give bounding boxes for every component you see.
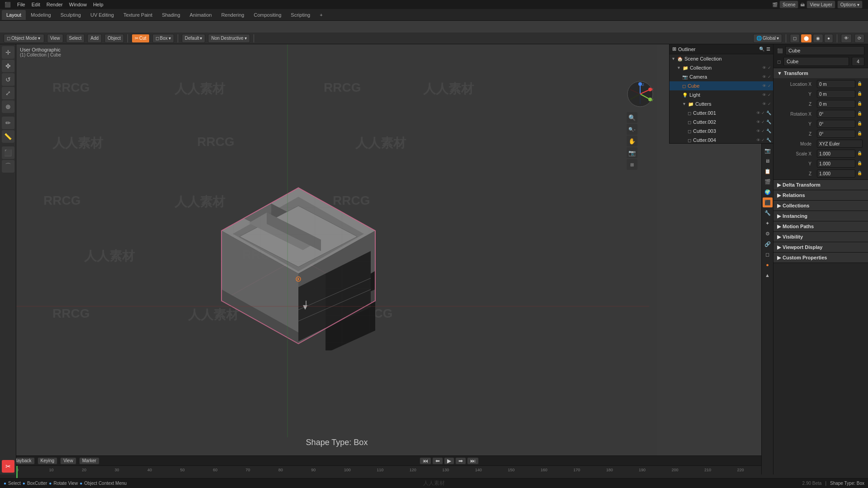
collections-header[interactable]: ▶ Collections	[774, 201, 868, 211]
outliner-light[interactable]: 💡 Light 👁 ✓	[670, 90, 773, 99]
tab-scripting[interactable]: Scripting	[286, 10, 315, 20]
cursor-tool[interactable]: ✛	[2, 46, 14, 59]
measure-tool[interactable]: 📏	[2, 130, 14, 143]
outliner-filter[interactable]: ☰	[766, 47, 770, 52]
outliner-collection[interactable]: ▼ 📁 Collection 👁 ✓	[670, 63, 773, 72]
scale-z-lock[interactable]: 🔒	[857, 171, 863, 176]
options-btn[interactable]: Options ▾	[837, 0, 863, 9]
annotate-tool[interactable]: ✏	[2, 117, 14, 129]
jump-end-btn[interactable]: ⏭	[467, 457, 479, 465]
non-destructive-selector[interactable]: Non Destructive ▾	[208, 34, 250, 43]
jump-start-btn[interactable]: ⏮	[420, 457, 431, 465]
add-cube-tool[interactable]: ⬛	[2, 146, 14, 159]
move-tool[interactable]: ✤	[2, 60, 14, 72]
tab-sculpting[interactable]: Sculpting	[56, 10, 85, 20]
scale-x-value[interactable]: 1.000	[817, 150, 855, 158]
data-value-field[interactable]: 4	[852, 57, 864, 66]
tab-add[interactable]: +	[315, 10, 327, 20]
select-menu[interactable]: Select	[66, 34, 85, 43]
tab-animation[interactable]: Animation	[185, 10, 217, 20]
viewport-3d[interactable]: RRCG 人人素材 RRCG 人人素材 人人素材 RRCG 人人素材 RRCG …	[16, 44, 657, 474]
tab-uv-editing[interactable]: UV Editing	[86, 10, 118, 20]
output-props-icon[interactable]: 🖥	[763, 156, 773, 166]
rotation-y-lock[interactable]: 🔒	[857, 121, 863, 127]
visibility-header[interactable]: ▶ Visibility	[774, 232, 868, 242]
scene-props-icon[interactable]: 🎬	[763, 177, 773, 187]
rendered-shading-btn[interactable]: ●	[824, 34, 833, 43]
tab-rendering[interactable]: Rendering	[217, 10, 249, 20]
outliner-search[interactable]: 🔍	[759, 47, 764, 52]
constraints-props-icon[interactable]: 🔗	[763, 239, 773, 249]
rotate-tool[interactable]: ↺	[2, 73, 14, 86]
menu-render[interactable]: Render	[44, 1, 66, 8]
blender-icon[interactable]: ⬛	[2, 1, 14, 8]
cut-button[interactable]: ✂ Cut	[132, 34, 150, 43]
marker-menu[interactable]: Marker	[79, 457, 99, 465]
playhead[interactable]	[16, 466, 18, 479]
outliner-cutter-002[interactable]: ◻ Cutter.002 👁 ✓ 🔧	[670, 117, 773, 127]
location-y-lock[interactable]: 🔒	[857, 91, 863, 97]
particles-props-icon[interactable]: ✦	[763, 218, 773, 228]
rotation-x-value[interactable]: 0°	[817, 110, 855, 118]
menu-help[interactable]: Help	[90, 1, 106, 8]
add-curve-tool[interactable]: ⌒	[2, 160, 14, 173]
location-z-value[interactable]: 0 m	[817, 100, 855, 108]
location-z-lock[interactable]: 🔒	[857, 101, 863, 107]
outliner-scene-collection[interactable]: ▼ 🏠 Scene Collection	[670, 54, 773, 63]
timeline-view-menu[interactable]: View	[60, 457, 76, 465]
relations-header[interactable]: ▶ Relations	[774, 190, 868, 200]
rotation-z-value[interactable]: 0°	[817, 130, 855, 138]
zoom-out-btn[interactable]: 🔍-	[627, 124, 637, 135]
tab-compositing[interactable]: Compositing	[249, 10, 286, 20]
scale-z-value[interactable]: 1.000	[817, 169, 855, 178]
wire-shading-btn[interactable]: ◻	[790, 34, 800, 43]
pan-btn[interactable]: ✋	[627, 136, 637, 146]
keying-menu[interactable]: Keying	[38, 457, 58, 465]
outliner-cutter-003[interactable]: ◻ Cutter.003 👁 ✓ 🔧	[670, 127, 773, 136]
camera-btn[interactable]: 📷	[627, 147, 637, 158]
global-selector[interactable]: 🌐 Global ▾	[753, 34, 782, 43]
gizmo-btn[interactable]: ⟳	[854, 34, 864, 43]
data-name-field[interactable]: Cube	[783, 57, 849, 66]
rotation-mode-value[interactable]: XYZ Euler	[817, 140, 863, 148]
rotation-x-lock[interactable]: 🔒	[857, 111, 863, 117]
prev-frame-btn[interactable]: ⬅	[432, 457, 443, 465]
rotation-y-value[interactable]: 0°	[817, 120, 855, 128]
solid-shading-btn[interactable]: ⬤	[801, 34, 812, 43]
object-name-field[interactable]: Cube	[785, 46, 864, 55]
material-props-icon[interactable]: ●	[763, 260, 773, 270]
location-x-value[interactable]: 0 m	[817, 80, 855, 88]
play-btn[interactable]: ▶	[444, 457, 454, 465]
location-y-value[interactable]: 0 m	[817, 90, 855, 98]
scale-y-lock[interactable]: 🔒	[857, 161, 863, 166]
rotation-z-lock[interactable]: 🔒	[857, 131, 863, 136]
world-props-icon[interactable]: 🌍	[763, 187, 773, 197]
object-props-icon[interactable]: ⬛	[763, 197, 773, 207]
outliner-cutter-004[interactable]: ◻ Cutter.004 👁 ✓ 🔧	[670, 136, 773, 144]
scale-tool[interactable]: ⤢	[2, 87, 14, 99]
physics-props-icon[interactable]: ⚙	[763, 229, 773, 239]
menu-window[interactable]: Window	[66, 1, 90, 8]
menu-edit[interactable]: Edit	[29, 1, 43, 8]
render-props-icon[interactable]: 📷	[763, 145, 773, 155]
location-x-lock[interactable]: 🔒	[857, 81, 863, 87]
tab-shading[interactable]: Shading	[157, 10, 184, 20]
modifier-props-icon[interactable]: 🔧	[763, 208, 773, 218]
overlay-btn[interactable]: 👁	[841, 34, 852, 43]
motion-paths-header[interactable]: ▶ Motion Paths	[774, 221, 868, 231]
scene-selector[interactable]: Scene	[779, 0, 798, 9]
instancing-header[interactable]: ▶ Instancing	[774, 211, 868, 221]
data-props-icon[interactable]: ◻	[763, 249, 773, 259]
view-layer-props-icon[interactable]: 📋	[763, 166, 773, 176]
object-menu[interactable]: Object	[104, 34, 124, 43]
outliner-cube[interactable]: ◻ Cube 👁 ✓	[670, 81, 773, 90]
material-shading-btn[interactable]: ◉	[813, 34, 823, 43]
scale-x-lock[interactable]: 🔒	[857, 151, 863, 156]
timeline-ruler[interactable]: 0102030405060708090100110120130140150160…	[0, 466, 868, 479]
outliner-cutters[interactable]: ▼ 📁 Cutters 👁 ✓	[670, 99, 773, 108]
tab-texture-paint[interactable]: Texture Paint	[119, 10, 157, 20]
transform-header[interactable]: ▼ Transform	[774, 68, 868, 78]
viewport-display-header[interactable]: ▶ Viewport Display	[774, 242, 868, 252]
boxcutter-tool[interactable]: ✂	[2, 460, 14, 473]
tab-layout[interactable]: Layout	[2, 10, 26, 20]
